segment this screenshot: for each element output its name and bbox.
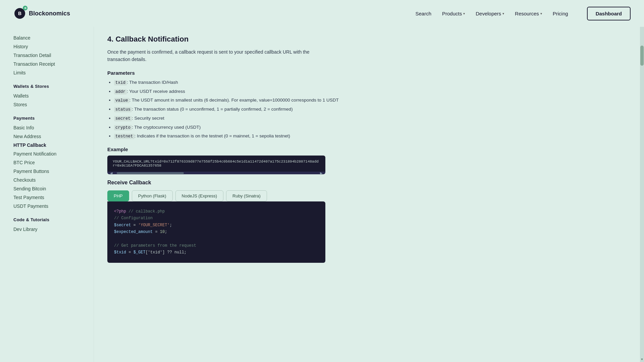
sidebar: Balance History Transaction Detail Trans… — [0, 27, 94, 362]
sidebar-item-payment-buttons[interactable]: Payment Buttons — [13, 167, 94, 176]
intro-text: Once the payment is confirmed, a callbac… — [107, 48, 325, 63]
logo-gear-icon: ⚙ — [23, 6, 28, 10]
url-scrollbar[interactable]: ◀ ▶ — [107, 172, 325, 174]
parameters-heading: Parameters — [107, 70, 624, 76]
section-number: 4. — [107, 35, 113, 43]
receive-callback-heading: Receive Callback — [107, 180, 624, 186]
tab-php[interactable]: PHP — [107, 190, 129, 201]
sidebar-item-sending-bitcoin[interactable]: Sending Bitcoin — [13, 184, 94, 193]
nav-resources[interactable]: Resources ▾ — [515, 11, 542, 16]
sidebar-item-usdt-payments[interactable]: USDT Payments — [13, 202, 94, 210]
page-layout: Balance History Transaction Detail Trans… — [0, 27, 644, 362]
dashboard-button[interactable]: Dashboard — [587, 7, 631, 20]
nav-developers[interactable]: Developers ▾ — [476, 11, 504, 16]
code-line-6: // Get parameters from the request — [114, 242, 319, 249]
language-tabs: PHP Python (Flask) NodeJS (Express) Ruby… — [107, 190, 624, 201]
nav-pricing[interactable]: Pricing — [553, 11, 568, 16]
sidebar-group-code-tutorials: Code & Tutorials Dev Library — [13, 217, 94, 234]
sidebar-item-btc-price[interactable]: BTC Price — [13, 158, 94, 167]
brand-name: Blockonomics — [29, 10, 70, 17]
sidebar-group-top: Balance History Transaction Detail Trans… — [13, 34, 94, 77]
sidebar-item-payment-notification[interactable]: Payment Notification — [13, 149, 94, 158]
sidebar-item-transaction-detail[interactable]: Transaction Detail — [13, 51, 94, 60]
nav-products[interactable]: Products ▾ — [442, 11, 465, 16]
code-block: <?php // callback.php // Configuration $… — [107, 201, 325, 263]
products-arrow-icon: ▾ — [463, 12, 465, 15]
main-content: 4. Callback Notification Once the paymen… — [94, 27, 644, 362]
sidebar-section-code-tutorials: Code & Tutorials — [13, 217, 94, 222]
code-line-5 — [114, 236, 319, 242]
code-line-2: // Configuration — [114, 215, 319, 222]
code-line-4: $expected_amount = 10; — [114, 229, 319, 235]
header: B ⚙ Blockonomics Search Products ▾ Devel… — [0, 0, 644, 27]
sidebar-item-checkouts[interactable]: Checkouts — [13, 176, 94, 184]
page-scroll-thumb[interactable] — [640, 46, 644, 66]
param-status: status: The transaction status (0 = unco… — [114, 106, 624, 113]
sidebar-item-new-address[interactable]: New Address — [13, 132, 94, 141]
sidebar-group-payments: Payments Basic Info New Address HTTP Cal… — [13, 116, 94, 210]
resources-arrow-icon: ▾ — [540, 12, 542, 15]
scroll-left-arrow-icon[interactable]: ◀ — [109, 171, 114, 175]
example-url-text: YOUR_CALLBACK_URL?txid=0x712f876339d877e… — [113, 160, 319, 168]
tab-nodejs[interactable]: NodeJS (Express) — [175, 190, 223, 201]
example-heading: Example — [107, 146, 624, 152]
sidebar-item-test-payments[interactable]: Test Payments — [13, 193, 94, 202]
param-addr: addr: Your USDT receive address — [114, 88, 624, 95]
parameters-list: txid: The transaction ID/Hash addr: Your… — [107, 79, 624, 140]
scroll-thumb[interactable] — [117, 172, 184, 174]
page-scrollbar[interactable]: ▲ ▼ — [640, 0, 644, 362]
sidebar-item-wallets[interactable]: Wallets — [13, 92, 94, 100]
sidebar-item-balance[interactable]: Balance — [13, 34, 94, 42]
tab-python[interactable]: Python (Flask) — [132, 190, 173, 201]
param-crypto: crypto: The cryptocurrency used (USDT) — [114, 124, 624, 131]
code-line-3: $secret = 'YOUR_SECRET'; — [114, 222, 319, 229]
section-heading: 4. Callback Notification — [107, 35, 624, 44]
param-value: value: The USDT amount in smallest units… — [114, 97, 624, 104]
param-txid: txid: The transaction ID/Hash — [114, 79, 624, 86]
param-secret: secret: Security secret — [114, 115, 624, 122]
sidebar-item-http-callback[interactable]: HTTP Callback — [13, 141, 94, 149]
sidebar-section-payments: Payments — [13, 116, 94, 121]
code-line-1: <?php // callback.php — [114, 208, 319, 215]
sidebar-item-history[interactable]: History — [13, 42, 94, 51]
sidebar-item-transaction-receipt[interactable]: Transaction Receipt — [13, 60, 94, 68]
sidebar-item-dev-library[interactable]: Dev Library — [13, 225, 94, 234]
param-testnet: testnet: Indicates if the transaction is… — [114, 133, 624, 140]
nav-search[interactable]: Search — [415, 11, 431, 16]
code-line-7: $txid = $_GET['txid'] ?? null; — [114, 249, 319, 256]
example-url-bar: YOUR_CALLBACK_URL?txid=0x712f876339d877e… — [107, 156, 325, 172]
tab-ruby[interactable]: Ruby (Sinatra) — [226, 190, 267, 201]
page-scroll-down-arrow-icon[interactable]: ▼ — [640, 357, 644, 362]
sidebar-section-wallets-stores: Wallets & Stores — [13, 84, 94, 89]
sidebar-item-stores[interactable]: Stores — [13, 100, 94, 109]
scroll-right-arrow-icon[interactable]: ▶ — [319, 171, 324, 175]
logo[interactable]: B ⚙ Blockonomics — [13, 7, 70, 20]
main-nav: Search Products ▾ Developers ▾ Resources… — [415, 7, 631, 20]
developers-arrow-icon: ▾ — [502, 12, 504, 15]
sidebar-item-limits[interactable]: Limits — [13, 68, 94, 77]
sidebar-group-wallets-stores: Wallets & Stores Wallets Stores — [13, 84, 94, 109]
sidebar-item-basic-info[interactable]: Basic Info — [13, 123, 94, 132]
section-title: Callback Notification — [115, 35, 189, 43]
